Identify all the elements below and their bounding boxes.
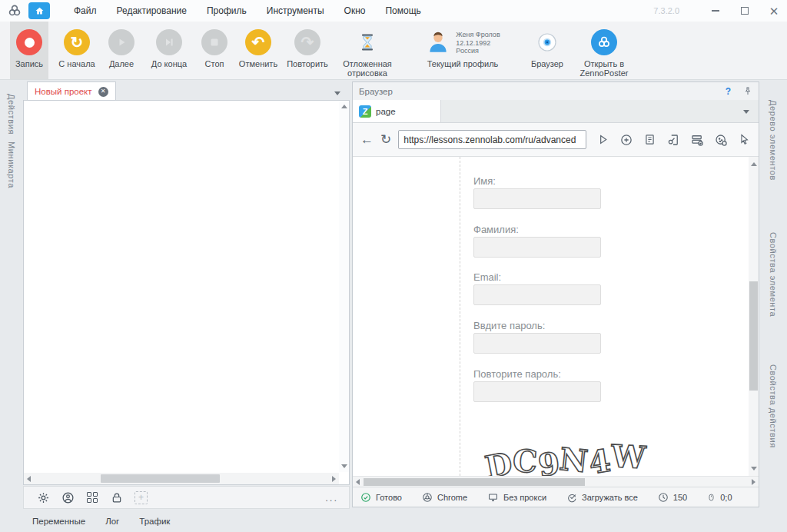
page-source-icon[interactable] <box>643 133 656 146</box>
status-timeout[interactable]: 150 <box>658 492 687 503</box>
lock-icon[interactable] <box>110 490 124 504</box>
canvas-horizontal-scrollbar[interactable] <box>24 473 339 484</box>
cookies-icon[interactable] <box>714 133 728 147</box>
status-proxy[interactable]: Без прокси <box>487 492 546 503</box>
page-boundary-line <box>460 157 460 476</box>
storage-icon[interactable] <box>690 133 704 147</box>
tab-action-properties[interactable]: Свойства действия <box>769 364 778 448</box>
menu-edit[interactable]: Редактирование <box>107 0 197 22</box>
chevron-down-icon[interactable] <box>743 110 749 114</box>
menu-help[interactable]: Помощь <box>375 0 430 22</box>
help-icon[interactable]: ? <box>726 86 731 97</box>
profile-name: Женя Фролов <box>456 31 500 39</box>
current-profile-button[interactable]: Женя Фролов 12.12.1992 Россия Текущий пр… <box>402 22 523 79</box>
tab-minimap[interactable]: Миникарта <box>7 141 16 188</box>
form-label-repeat-password: Повторите пароль: <box>473 368 561 380</box>
tab-close-icon[interactable]: ✕ <box>98 87 108 97</box>
close-button[interactable]: ✕ <box>769 5 779 16</box>
settings-gear-icon[interactable] <box>36 490 50 504</box>
tab-actions[interactable]: Действия <box>7 94 16 135</box>
status-engine[interactable]: Chrome <box>422 492 467 503</box>
window-controls: ✕ <box>710 0 779 22</box>
browser-navbar: ← ↻ <box>353 123 759 157</box>
browser-panel-title: Браузер <box>359 87 393 96</box>
zennolab-logo-icon <box>6 2 23 19</box>
project-tab[interactable]: Новый проект ✕ <box>27 81 116 101</box>
browser-tab-label: page <box>376 107 396 116</box>
pin-icon[interactable] <box>743 86 752 96</box>
monitor-icon <box>487 492 499 503</box>
page-horizontal-scrollbar[interactable] <box>353 476 759 487</box>
status-load-mode[interactable]: Загружать все <box>566 492 638 503</box>
maximize-button[interactable] <box>739 5 750 16</box>
menu-file[interactable]: Файл <box>64 0 107 22</box>
browser-status-bar: Готово Chrome Без прокси Загружать все 1… <box>353 487 759 507</box>
tab-traffic[interactable]: Трафик <box>139 517 170 526</box>
profile-avatar-icon <box>425 29 451 55</box>
chevron-down-icon[interactable] <box>334 91 340 95</box>
undo-icon: ↶ <box>245 29 271 55</box>
new-tab-icon[interactable] <box>619 133 633 147</box>
bottom-tab-bar: Переменные Лог Трафик <box>0 510 787 532</box>
back-icon[interactable]: ← <box>360 133 374 146</box>
undo-button[interactable]: ↶ Отменить <box>234 22 282 79</box>
form-input-repeat-password[interactable] <box>473 381 601 402</box>
menu-tools[interactable]: Инструменты <box>257 0 334 22</box>
status-ready: Готово <box>360 492 402 503</box>
home-icon <box>34 5 45 16</box>
tab-element-tree[interactable]: Дерево элементов <box>769 100 778 181</box>
go-icon[interactable] <box>596 133 609 146</box>
projectmaker-window: Файл Редактирование Профиль Инструменты … <box>0 0 787 532</box>
step-next-button[interactable]: Далее <box>99 22 144 79</box>
scrollbar-thumb[interactable] <box>101 474 220 483</box>
restart-button[interactable]: ↻ С начала <box>55 22 99 79</box>
record-icon <box>16 29 42 55</box>
profile-circle-icon[interactable] <box>61 490 75 504</box>
refresh-icon[interactable]: ↻ <box>380 133 391 146</box>
minimize-button[interactable] <box>710 5 721 16</box>
grid-view-icon[interactable] <box>85 490 99 504</box>
select-element-cursor-icon[interactable] <box>738 133 751 146</box>
add-action-icon[interactable]: + <box>134 491 148 504</box>
deferred-render-button[interactable]: Отложенная отрисовка <box>333 22 402 79</box>
record-button[interactable]: Запись <box>10 22 48 79</box>
menu-window[interactable]: Окно <box>334 0 376 22</box>
form-label-name: Имя: <box>473 175 496 187</box>
tab-log[interactable]: Лог <box>105 517 119 526</box>
tab-variables[interactable]: Переменные <box>32 517 85 526</box>
stop-button[interactable]: Стоп <box>194 22 234 79</box>
url-input[interactable] <box>398 130 586 149</box>
main-toolbar: Запись ↻ С начала Далее До конца Стоп ↶ <box>0 22 787 80</box>
form-label-email: Email: <box>473 271 501 283</box>
page-tools-icon[interactable] <box>666 133 680 147</box>
menu-bar: Файл Редактирование Профиль Инструменты … <box>64 0 431 22</box>
more-options-button[interactable]: ... <box>325 492 338 504</box>
form-label-surname: Фамилия: <box>473 224 519 235</box>
zennoposter-icon <box>591 29 617 55</box>
scrollbar-thumb[interactable] <box>749 281 758 391</box>
form-input-password[interactable] <box>473 333 601 354</box>
right-tab-strip: Дерево элементов Свойства элемента Свойс… <box>759 80 787 532</box>
canvas-vertical-scrollbar[interactable] <box>339 101 349 472</box>
page-vertical-scrollbar[interactable] <box>749 157 759 476</box>
scrollbar-thumb[interactable] <box>364 478 585 486</box>
redo-icon: ↷ <box>294 29 320 55</box>
browser-panel-header: Браузер ? <box>353 82 759 100</box>
tab-element-properties[interactable]: Свойства элемента <box>769 232 778 317</box>
run-to-end-button[interactable]: До конца <box>144 22 194 79</box>
redo-button[interactable]: ↷ Повторить <box>282 22 333 79</box>
form-input-surname[interactable] <box>473 237 601 258</box>
home-button[interactable] <box>28 2 50 19</box>
form-input-name[interactable] <box>473 188 601 209</box>
form-input-email[interactable] <box>473 284 601 305</box>
open-in-zennoposter-button[interactable]: Открыть в ZennoPoster <box>571 22 637 79</box>
menu-profile[interactable]: Профиль <box>197 0 257 22</box>
project-tab-strip: Новый проект ✕ <box>23 81 350 101</box>
profile-country: Россия <box>456 47 500 55</box>
browser-page-tab[interactable]: Z page <box>353 100 441 122</box>
project-tab-title: Новый проект <box>35 87 92 96</box>
browser-toggle-button[interactable]: Браузер <box>523 22 571 79</box>
browser-viewport[interactable]: Имя: Фамилия: Email: Ввдите пароль: Повт… <box>353 157 759 476</box>
clock-icon <box>658 492 669 503</box>
project-canvas[interactable] <box>23 100 350 485</box>
